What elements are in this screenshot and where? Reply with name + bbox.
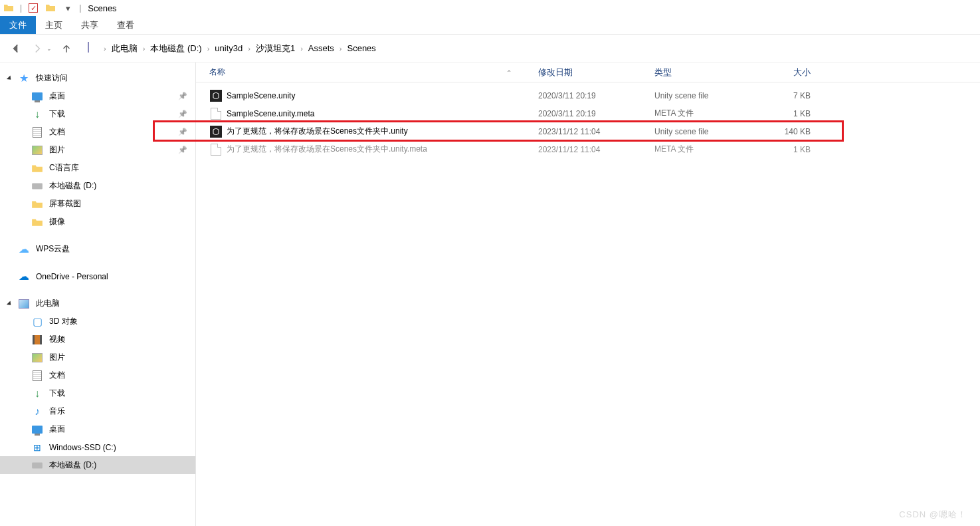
column-header-type[interactable]: 类型: [654, 66, 751, 78]
sidebar-pc-item[interactable]: 视频: [0, 330, 195, 348]
nav-up-button[interactable]: [57, 39, 76, 58]
file-size: 1 KB: [751, 145, 811, 154]
nav-back-button[interactable]: [7, 39, 25, 58]
sidebar-pc-item[interactable]: ↓下载: [0, 384, 195, 402]
column-header-name[interactable]: 名称 ⌃: [209, 66, 538, 78]
monitor-icon: [31, 90, 44, 103]
file-date: 2020/3/11 20:19: [538, 109, 654, 118]
pin-icon: 📌: [178, 92, 187, 100]
sidebar-this-pc[interactable]: 此电脑: [0, 295, 195, 313]
down-icon: ↓: [31, 108, 44, 121]
doclines-icon: [31, 369, 44, 382]
tab-file[interactable]: 文件: [0, 16, 36, 34]
monitor-icon: [31, 423, 44, 436]
sidebar-quick-item[interactable]: ↓下载📌: [0, 105, 195, 123]
tab-share[interactable]: 共享: [72, 16, 108, 34]
down-icon: ↓: [31, 387, 44, 400]
nav-forward-button[interactable]: [28, 39, 47, 58]
pin-icon: 📌: [178, 110, 187, 118]
qat-dropdown-icon[interactable]: ▾: [60, 1, 75, 15]
sidebar-quick-item[interactable]: 桌面📌: [0, 87, 195, 105]
sidebar-quick-item[interactable]: C语言库: [0, 159, 195, 177]
3d-icon: ▢: [31, 315, 44, 329]
folder-icon: [1, 1, 16, 15]
folder-icon: [31, 215, 44, 229]
sidebar-item-label: 屏幕截图: [49, 198, 81, 209]
breadcrumb-item[interactable]: 沙漠坦克1: [252, 43, 299, 55]
file-row[interactable]: 为了更规范，将保存改场景在Scenes文件夹中.unity2023/11/12 …: [209, 122, 980, 140]
sort-asc-icon: ⌃: [506, 69, 512, 76]
breadcrumb-item[interactable]: Scenes: [343, 43, 379, 53]
cloud-icon: ☁: [17, 270, 31, 283]
sidebar-item-label: 此电脑: [36, 298, 60, 309]
sidebar-quick-item[interactable]: 图片📌: [0, 141, 195, 159]
sidebar-item-label: 下载: [49, 108, 65, 120]
column-header-size[interactable]: 大小: [751, 66, 811, 78]
pc-icon: [17, 297, 31, 311]
chevron-right-icon[interactable]: ›: [246, 45, 252, 53]
sidebar: ★ 快速访问 桌面📌↓下载📌文档📌图片📌C语言库本地磁盘 (D:)屏幕截图摄像 …: [0, 63, 196, 526]
document-icon: [209, 107, 223, 120]
sidebar-item-label: 桌面: [49, 424, 65, 435]
pic-icon: [31, 144, 44, 157]
music-icon: ♪: [31, 405, 44, 418]
sidebar-pc-item[interactable]: 图片: [0, 348, 195, 366]
nav-bar: ⌄ › 此电脑 › 本地磁盘 (D:) › unity3d › 沙漠坦克1 › …: [0, 35, 980, 63]
sidebar-item-label: WPS云盘: [36, 243, 70, 255]
ribbon-tabs: 文件 主页 共享 查看: [0, 16, 980, 35]
chevron-right-icon[interactable]: ›: [338, 45, 343, 53]
sidebar-quick-item[interactable]: 本地磁盘 (D:): [0, 177, 195, 195]
breadcrumb-item[interactable]: 本地磁盘 (D:): [146, 43, 205, 55]
folder-icon: [31, 197, 44, 211]
title-bar: | ✓ ▾ | Scenes: [0, 0, 980, 16]
sidebar-pc-item[interactable]: ▢3D 对象: [0, 313, 195, 330]
sidebar-item-label: 图片: [49, 144, 65, 156]
file-row[interactable]: SampleScene.unity.meta2020/3/11 20:19MET…: [209, 104, 980, 122]
tab-home[interactable]: 主页: [36, 16, 72, 34]
sidebar-item-label: C语言库: [49, 162, 79, 174]
film-icon: [31, 333, 44, 346]
folder-icon: [31, 162, 44, 175]
sidebar-item-label: 桌面: [49, 90, 65, 102]
file-date: 2020/3/11 20:19: [538, 91, 654, 100]
address-bar[interactable]: › 此电脑 › 本地磁盘 (D:) › unity3d › 沙漠坦克1 › As…: [85, 43, 380, 55]
breadcrumb-item[interactable]: unity3d: [211, 43, 246, 53]
breadcrumb-item[interactable]: 此电脑: [108, 43, 142, 55]
sidebar-item-label: 图片: [49, 352, 65, 363]
tab-view[interactable]: 查看: [108, 16, 144, 34]
sidebar-pc-item[interactable]: ♪音乐: [0, 402, 195, 420]
sidebar-onedrive[interactable]: ☁ OneDrive - Personal: [0, 267, 195, 285]
sidebar-quick-item[interactable]: 文档📌: [0, 123, 195, 141]
pin-icon: 📌: [178, 146, 187, 154]
sidebar-quick-item[interactable]: 摄像: [0, 213, 195, 231]
sidebar-item-label: Windows-SSD (C:): [49, 443, 116, 452]
sidebar-pc-item[interactable]: 文档: [0, 366, 195, 384]
unity-icon: [209, 125, 223, 138]
column-header-date[interactable]: 修改日期: [538, 66, 654, 78]
sidebar-pc-item[interactable]: ⊞Windows-SSD (C:): [0, 438, 195, 456]
doclines-icon: [31, 126, 44, 139]
file-row[interactable]: SampleScene.unity2020/3/11 20:19Unity sc…: [209, 86, 980, 104]
sidebar-pc-item[interactable]: 桌面: [0, 420, 195, 438]
file-type: META 文件: [654, 108, 751, 119]
nav-history-dropdown-icon[interactable]: ⌄: [47, 45, 52, 52]
sidebar-quick-access[interactable]: ★ 快速访问: [0, 69, 195, 87]
sidebar-item-label: 摄像: [49, 216, 65, 227]
qat-check-icon[interactable]: ✓: [26, 1, 41, 15]
sidebar-pc-item[interactable]: 本地磁盘 (D:): [0, 456, 195, 474]
svg-rect-1: [32, 462, 43, 468]
file-list: SampleScene.unity2020/3/11 20:19Unity sc…: [196, 82, 980, 158]
chevron-right-icon[interactable]: ›: [142, 45, 147, 53]
sidebar-item-label: 本地磁盘 (D:): [49, 460, 96, 471]
file-date: 2023/11/12 11:04: [538, 145, 654, 154]
breadcrumb-item[interactable]: Assets: [304, 43, 338, 53]
sidebar-quick-item[interactable]: 屏幕截图: [0, 195, 195, 213]
chevron-right-icon[interactable]: ›: [206, 45, 211, 53]
file-row[interactable]: 为了更规范，将保存改场景在Scenes文件夹中.unity.meta2023/1…: [209, 140, 980, 158]
qat-folder-icon[interactable]: [43, 1, 58, 15]
chevron-right-icon[interactable]: ›: [102, 45, 108, 53]
pic-icon: [31, 351, 44, 364]
document-icon: [209, 143, 223, 156]
chevron-right-icon[interactable]: ›: [299, 45, 304, 53]
sidebar-wps[interactable]: ☁ WPS云盘: [0, 240, 195, 258]
